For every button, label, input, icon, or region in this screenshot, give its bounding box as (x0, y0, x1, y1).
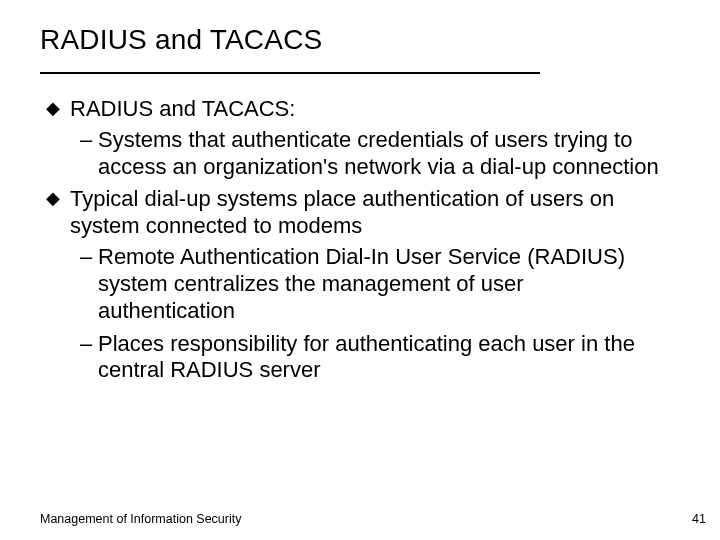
slide-body: ◆ RADIUS and TACACS: – Systems that auth… (46, 96, 666, 390)
footer-text: Management of Information Security (40, 512, 242, 526)
bullet-item: ◆ Typical dial-up systems place authenti… (46, 186, 666, 240)
sub-bullet-item: – Places responsibility for authenticati… (46, 331, 666, 385)
dash-bullet-icon: – (80, 127, 92, 154)
diamond-bullet-icon: ◆ (46, 188, 60, 210)
sub-bullet-item: – Remote Authentication Dial-In User Ser… (46, 244, 666, 324)
dash-bullet-icon: – (80, 244, 92, 271)
dash-bullet-icon: – (80, 331, 92, 358)
sub-bullet-text: Remote Authentication Dial-In User Servi… (98, 244, 625, 323)
bullet-item: ◆ RADIUS and TACACS: (46, 96, 666, 123)
slide-title: RADIUS and TACACS (40, 24, 322, 56)
sub-bullet-text: Places responsibility for authenticating… (98, 331, 635, 383)
bullet-text: Typical dial-up systems place authentica… (70, 186, 614, 238)
bullet-text: RADIUS and TACACS: (70, 96, 295, 121)
title-underline (40, 72, 540, 74)
slide: RADIUS and TACACS ◆ RADIUS and TACACS: –… (0, 0, 720, 540)
sub-bullet-item: – Systems that authenticate credentials … (46, 127, 666, 181)
page-number: 41 (692, 512, 706, 526)
sub-bullet-text: Systems that authenticate credentials of… (98, 127, 659, 179)
diamond-bullet-icon: ◆ (46, 98, 60, 120)
